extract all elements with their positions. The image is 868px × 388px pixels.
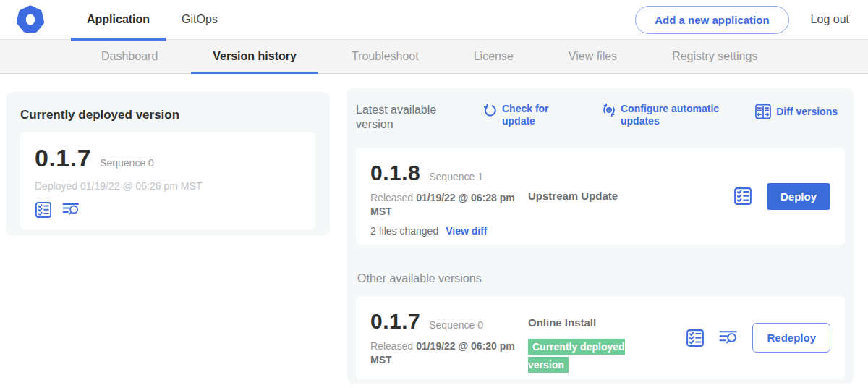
- subnav-registry-settings[interactable]: Registry settings: [650, 40, 779, 74]
- diff-versions-icon: [754, 103, 772, 120]
- deployed-version-number: 0.1.7: [35, 144, 91, 172]
- deployed-version-card: 0.1.7 Sequence 0 Deployed 01/19/22 @ 06:…: [20, 132, 315, 229]
- add-application-button[interactable]: Add a new application: [635, 6, 788, 34]
- available-panel-title: Latest available version: [356, 103, 448, 132]
- preflight-checklist-icon[interactable]: [686, 329, 705, 347]
- other-source-label: Online Install: [528, 316, 596, 329]
- diff-versions-label: Diff versions: [776, 106, 838, 118]
- app-subnav: Dashboard Version history Troubleshoot L…: [0, 40, 868, 74]
- subnav-license[interactable]: License: [452, 40, 535, 74]
- currently-deployed-badge: Currently deployed version: [528, 339, 625, 373]
- latest-sequence: Sequence 1: [429, 171, 483, 182]
- tab-gitops-label: GitOps: [182, 13, 218, 26]
- latest-version-number: 0.1.8: [370, 161, 420, 185]
- view-logs-icon[interactable]: [719, 329, 738, 347]
- subnav-troubleshoot[interactable]: Troubleshoot: [330, 40, 441, 74]
- deploy-button[interactable]: Deploy: [767, 183, 830, 210]
- deployed-panel-title: Currently deployed version: [20, 108, 315, 122]
- check-for-update-label: Check for update: [502, 103, 550, 127]
- tab-application-label: Application: [87, 13, 150, 26]
- preflight-checklist-icon[interactable]: [35, 201, 52, 219]
- files-changed-text: 2 files changed: [370, 225, 438, 237]
- tab-gitops[interactable]: GitOps: [166, 0, 234, 40]
- other-version-card: 0.1.7 Sequence 0 Released01/19/22 @ 06:2…: [356, 296, 845, 379]
- released-label: Released: [370, 192, 413, 203]
- latest-source-label: Upstream Update: [528, 190, 618, 202]
- check-for-update-link[interactable]: Check for update: [483, 103, 550, 127]
- other-sequence: Sequence 0: [429, 319, 483, 331]
- configure-auto-updates-label: Configure automatic updates: [621, 103, 733, 127]
- app-window: Application GitOps Add a new application…: [0, 0, 868, 388]
- tab-application[interactable]: Application: [71, 0, 166, 40]
- view-logs-icon[interactable]: [62, 201, 80, 219]
- view-diff-link[interactable]: View diff: [446, 225, 487, 237]
- released-label: Released: [370, 340, 413, 352]
- other-versions-title: Other available versions: [357, 272, 845, 285]
- subnav-view-files[interactable]: View files: [547, 40, 639, 74]
- deployed-timestamp: Deployed 01/19/22 @ 06:26 pm MST: [35, 180, 302, 192]
- diff-versions-link[interactable]: Diff versions: [754, 103, 838, 120]
- latest-version-card: 0.1.8 Sequence 1 Released01/19/22 @ 06:2…: [356, 148, 845, 245]
- logout-button[interactable]: Log out: [811, 13, 849, 26]
- refresh-icon: [483, 103, 498, 117]
- subnav-version-history[interactable]: Version history: [191, 40, 318, 74]
- subnav-dashboard[interactable]: Dashboard: [80, 40, 179, 74]
- header-right: Add a new application Log out: [635, 6, 868, 34]
- available-versions-panel: Latest available version Check for updat…: [347, 88, 854, 384]
- currently-deployed-panel: Currently deployed version 0.1.7 Sequenc…: [6, 92, 330, 235]
- top-header: Application GitOps Add a new application…: [0, 0, 868, 40]
- replicated-logo-icon[interactable]: [16, 5, 45, 34]
- deployed-sequence: Sequence 0: [100, 157, 154, 169]
- preflight-checklist-icon[interactable]: [733, 187, 752, 206]
- redeploy-button[interactable]: Redeploy: [752, 323, 830, 353]
- header-tabs: Application GitOps: [71, 0, 234, 40]
- content-area: Currently deployed version 0.1.7 Sequenc…: [0, 74, 868, 388]
- other-released-line: Released01/19/22 @ 06:20 pm MST: [370, 340, 519, 367]
- auto-update-clock-icon: [602, 103, 616, 117]
- other-version-number: 0.1.7: [370, 309, 420, 334]
- available-panel-header: Latest available version Check for updat…: [356, 103, 845, 132]
- latest-released-line: Released01/19/22 @ 06:28 pm MST: [370, 191, 519, 219]
- configure-auto-updates-link[interactable]: Configure automatic updates: [602, 103, 733, 127]
